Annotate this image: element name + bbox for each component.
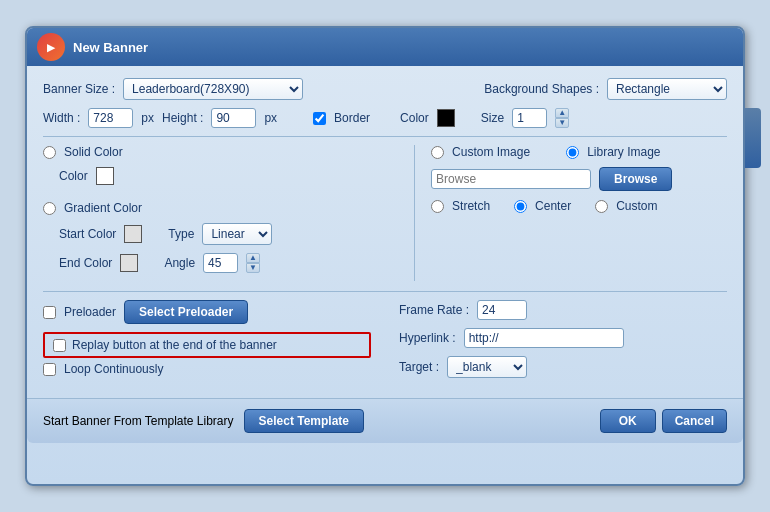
bg-shapes-label: Background Shapes : [484, 82, 599, 96]
frame-rate-input[interactable] [477, 300, 527, 320]
loop-row: Loop Continuously [43, 362, 371, 376]
border-size-label: Size [481, 111, 504, 125]
gradient-start-row: Start Color Type Linear [59, 223, 398, 245]
solid-color-picker-row: Color [59, 167, 398, 185]
frame-rate-row: Frame Rate : [399, 300, 727, 320]
start-color-label: Start Color [59, 227, 116, 241]
replay-label: Replay button at the end of the banner [72, 338, 277, 352]
bottom-bar: Start Banner From Template Library Selec… [27, 398, 743, 443]
image-fit-row: Stretch Center Custom [431, 199, 727, 213]
browse-button[interactable]: Browse [599, 167, 672, 191]
solid-color-row: Solid Color [43, 145, 398, 159]
border-size-down[interactable]: ▼ [555, 118, 569, 128]
gradient-color-row: Gradient Color [43, 201, 398, 215]
loop-label: Loop Continuously [64, 362, 163, 376]
gradient-color-label: Gradient Color [64, 201, 142, 215]
image-right-panel: Custom Image Library Image Browse Stretc… [431, 145, 727, 281]
solid-color-text: Color [59, 169, 88, 183]
type-select[interactable]: Linear [202, 223, 272, 245]
angle-down[interactable]: ▼ [246, 263, 260, 273]
replay-checkbox-row: Replay button at the end of the banner [43, 332, 371, 358]
preloader-checkbox[interactable] [43, 306, 56, 319]
stretch-label: Stretch [452, 199, 490, 213]
title-bar: ▶ New Banner [27, 28, 743, 66]
end-color-label: End Color [59, 256, 112, 270]
height-input[interactable] [211, 108, 256, 128]
border-checkbox[interactable] [313, 112, 326, 125]
bg-shapes-select[interactable]: Rectangle [607, 78, 727, 100]
banner-size-label: Banner Size : [43, 82, 115, 96]
height-px: px [264, 111, 277, 125]
end-color-swatch[interactable] [120, 254, 138, 272]
bottom-left: Start Banner From Template Library Selec… [43, 409, 364, 433]
hyperlink-label: Hyperlink : [399, 331, 456, 345]
angle-spinner: ▲ ▼ [246, 253, 260, 273]
browse-input[interactable] [431, 169, 591, 189]
preloader-row: Preloader Select Preloader [43, 300, 371, 324]
divider-v-1 [414, 145, 415, 281]
stretch-radio[interactable] [431, 200, 444, 213]
banner-size-row: Banner Size : Leaderboard(728X90) Backgr… [43, 78, 727, 100]
browse-row: Browse [431, 167, 727, 191]
angle-up[interactable]: ▲ [246, 253, 260, 263]
dialog-body: Banner Size : Leaderboard(728X90) Backgr… [27, 66, 743, 398]
type-label: Type [168, 227, 194, 241]
ok-button[interactable]: OK [600, 409, 656, 433]
angle-label: Angle [164, 256, 195, 270]
target-row: Target : _blank _self _parent _top [399, 356, 727, 378]
banner-size-select[interactable]: Leaderboard(728X90) [123, 78, 303, 100]
solid-color-label: Solid Color [64, 145, 123, 159]
dialog: ▶ New Banner Banner Size : Leaderboard(7… [25, 26, 745, 486]
hyperlink-row: Hyperlink : [399, 328, 727, 348]
preloader-area: Preloader Select Preloader Replay button… [43, 300, 727, 386]
app-logo: ▶ [37, 33, 65, 61]
border-size-up[interactable]: ▲ [555, 108, 569, 118]
start-banner-label: Start Banner From Template Library [43, 414, 234, 428]
border-color-swatch[interactable] [437, 109, 455, 127]
library-image-radio[interactable] [566, 146, 579, 159]
border-size-input[interactable] [512, 108, 547, 128]
start-color-swatch[interactable] [124, 225, 142, 243]
dimensions-row: Width : px Height : px Border Color Size… [43, 108, 727, 128]
select-preloader-button[interactable]: Select Preloader [124, 300, 248, 324]
center-label: Center [535, 199, 571, 213]
color-left-panel: Solid Color Color Gradient Color Start C… [43, 145, 398, 281]
gradient-color-radio[interactable] [43, 202, 56, 215]
custom-fit-label: Custom [616, 199, 657, 213]
image-type-row: Custom Image Library Image [431, 145, 727, 159]
divider-1 [43, 136, 727, 137]
width-input[interactable] [88, 108, 133, 128]
preloader-label: Preloader [64, 305, 116, 319]
solid-color-swatch[interactable] [96, 167, 114, 185]
center-radio[interactable] [514, 200, 527, 213]
width-label: Width : [43, 111, 80, 125]
library-image-label: Library Image [587, 145, 660, 159]
solid-color-radio[interactable] [43, 146, 56, 159]
replay-checkbox[interactable] [53, 339, 66, 352]
playback-right: Frame Rate : Hyperlink : Target : _blank… [379, 300, 727, 386]
bottom-right: OK Cancel [600, 409, 727, 433]
dialog-title: New Banner [73, 40, 148, 55]
custom-image-label: Custom Image [452, 145, 530, 159]
select-template-button[interactable]: Select Template [244, 409, 364, 433]
frame-rate-label: Frame Rate : [399, 303, 469, 317]
border-size-spinner: ▲ ▼ [555, 108, 569, 128]
cancel-button[interactable]: Cancel [662, 409, 727, 433]
right-side-bar [745, 108, 761, 168]
width-px: px [141, 111, 154, 125]
preloader-left: Preloader Select Preloader Replay button… [43, 300, 371, 386]
target-select[interactable]: _blank _self _parent _top [447, 356, 527, 378]
gradient-end-row: End Color Angle ▲ ▼ [59, 253, 398, 273]
color-options-area: Solid Color Color Gradient Color Start C… [43, 145, 727, 281]
loop-checkbox[interactable] [43, 363, 56, 376]
custom-fit-radio[interactable] [595, 200, 608, 213]
border-color-label: Color [400, 111, 429, 125]
border-label: Border [334, 111, 370, 125]
target-label: Target : [399, 360, 439, 374]
hyperlink-input[interactable] [464, 328, 624, 348]
divider-2 [43, 291, 727, 292]
custom-image-radio[interactable] [431, 146, 444, 159]
height-label: Height : [162, 111, 203, 125]
angle-input[interactable] [203, 253, 238, 273]
